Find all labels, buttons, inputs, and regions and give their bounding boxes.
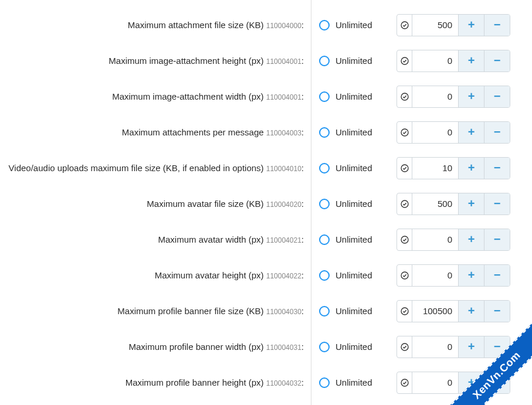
setting-label: Maximum avatar height (px) 110004022: bbox=[0, 270, 311, 280]
setting-label-text: Maximum profile banner width (px) bbox=[128, 342, 263, 352]
unlimited-radio[interactable] bbox=[319, 270, 330, 281]
checkmark-circle-icon[interactable] bbox=[397, 193, 412, 215]
value-input[interactable] bbox=[412, 86, 458, 107]
value-input[interactable] bbox=[412, 158, 458, 179]
decrement-button[interactable]: − bbox=[484, 265, 510, 286]
increment-button[interactable]: + bbox=[458, 265, 484, 286]
decrement-button[interactable]: − bbox=[484, 122, 510, 143]
value-input[interactable] bbox=[412, 193, 458, 215]
setting-code: 110004032 bbox=[266, 379, 301, 387]
checkmark-circle-icon[interactable] bbox=[397, 86, 412, 107]
minus-icon: − bbox=[494, 304, 501, 318]
unlimited-label[interactable]: Unlimited bbox=[336, 306, 382, 316]
svg-point-1 bbox=[401, 57, 408, 64]
setting-label: Maximum image-attachment height (px) 110… bbox=[0, 56, 311, 66]
decrement-button[interactable]: − bbox=[484, 158, 510, 179]
setting-code: 110004001 bbox=[266, 57, 301, 66]
decrement-button[interactable]: − bbox=[484, 50, 510, 72]
unlimited-label[interactable]: Unlimited bbox=[336, 270, 382, 280]
setting-controls: Unlimited + − bbox=[311, 336, 510, 358]
value-input[interactable] bbox=[412, 229, 458, 250]
unlimited-radio[interactable] bbox=[319, 56, 330, 66]
checkmark-circle-icon[interactable] bbox=[397, 158, 412, 179]
decrement-button[interactable]: − bbox=[484, 229, 510, 250]
increment-button[interactable]: + bbox=[458, 229, 484, 250]
value-group: + − bbox=[397, 50, 510, 72]
setting-label-text: Video/audio uploads maximum file size (K… bbox=[9, 163, 264, 173]
setting-controls: Unlimited + − bbox=[311, 50, 510, 72]
svg-point-7 bbox=[401, 272, 408, 279]
checkmark-circle-icon[interactable] bbox=[397, 372, 412, 393]
decrement-button[interactable]: − bbox=[484, 86, 510, 107]
value-group: + − bbox=[397, 300, 510, 322]
unlimited-label[interactable]: Unlimited bbox=[336, 234, 382, 244]
value-group: + − bbox=[397, 264, 510, 287]
setting-controls: Unlimited + − bbox=[311, 300, 510, 322]
decrement-button[interactable]: − bbox=[484, 301, 510, 322]
increment-button[interactable]: + bbox=[458, 50, 484, 72]
increment-button[interactable]: + bbox=[458, 336, 484, 358]
svg-point-10 bbox=[401, 379, 408, 386]
unlimited-label[interactable]: Unlimited bbox=[336, 199, 382, 209]
label-colon: : bbox=[301, 234, 304, 244]
decrement-button[interactable]: − bbox=[484, 15, 510, 36]
unlimited-radio[interactable] bbox=[319, 91, 330, 102]
unlimited-label[interactable]: Unlimited bbox=[336, 56, 382, 66]
checkmark-circle-icon[interactable] bbox=[397, 50, 412, 72]
value-input[interactable] bbox=[412, 15, 458, 36]
checkmark-circle-icon[interactable] bbox=[397, 229, 412, 250]
setting-label: Maximum avatar width (px) 110004021: bbox=[0, 234, 311, 244]
unlimited-radio[interactable] bbox=[319, 342, 330, 352]
unlimited-label[interactable]: Unlimited bbox=[336, 342, 382, 352]
label-colon: : bbox=[301, 56, 304, 66]
plus-icon: + bbox=[468, 54, 475, 67]
setting-controls: Unlimited + − bbox=[311, 229, 510, 251]
checkmark-circle-icon[interactable] bbox=[397, 301, 412, 322]
setting-label-text: Maximum avatar height (px) bbox=[155, 270, 264, 280]
svg-point-6 bbox=[401, 236, 408, 243]
settings-page: Maximum attachment file size (KB) 110004… bbox=[0, 0, 532, 405]
setting-label-text: Maximum attachment file size (KB) bbox=[128, 20, 264, 30]
value-input[interactable] bbox=[412, 265, 458, 286]
checkmark-circle-icon[interactable] bbox=[397, 265, 412, 286]
label-colon: : bbox=[301, 163, 304, 173]
increment-button[interactable]: + bbox=[458, 193, 484, 215]
increment-button[interactable]: + bbox=[458, 122, 484, 143]
unlimited-label[interactable]: Unlimited bbox=[336, 377, 382, 387]
value-input[interactable] bbox=[412, 372, 458, 393]
decrement-button[interactable]: − bbox=[484, 193, 510, 215]
setting-row: Maximum profile banner width (px) 110004… bbox=[0, 329, 532, 365]
increment-button[interactable]: + bbox=[458, 86, 484, 107]
value-input[interactable] bbox=[412, 336, 458, 358]
svg-point-4 bbox=[401, 165, 408, 172]
unlimited-radio[interactable] bbox=[319, 163, 330, 173]
value-group: + − bbox=[397, 193, 510, 215]
setting-label-text: Maximum profile banner file size (KB) bbox=[117, 306, 263, 316]
increment-button[interactable]: + bbox=[458, 158, 484, 179]
checkmark-circle-icon[interactable] bbox=[397, 122, 412, 143]
checkmark-circle-icon[interactable] bbox=[397, 336, 412, 358]
value-input[interactable] bbox=[412, 301, 458, 322]
minus-icon: − bbox=[494, 90, 501, 103]
svg-point-8 bbox=[401, 308, 408, 315]
unlimited-radio[interactable] bbox=[319, 377, 330, 388]
value-input[interactable] bbox=[412, 50, 458, 72]
unlimited-radio[interactable] bbox=[319, 234, 330, 245]
unlimited-label[interactable]: Unlimited bbox=[336, 91, 382, 101]
increment-button[interactable]: + bbox=[458, 15, 484, 36]
setting-label: Maximum profile banner height (px) 11000… bbox=[0, 377, 311, 387]
plus-icon: + bbox=[468, 197, 475, 210]
unlimited-label[interactable]: Unlimited bbox=[336, 127, 382, 137]
plus-icon: + bbox=[468, 268, 475, 282]
value-input[interactable] bbox=[412, 122, 458, 143]
increment-button[interactable]: + bbox=[458, 301, 484, 322]
checkmark-circle-icon[interactable] bbox=[397, 15, 412, 36]
setting-label-text: Maximum avatar file size (KB) bbox=[147, 199, 263, 209]
unlimited-radio[interactable] bbox=[319, 20, 330, 30]
unlimited-label[interactable]: Unlimited bbox=[336, 20, 382, 30]
unlimited-radio[interactable] bbox=[319, 199, 330, 209]
unlimited-radio[interactable] bbox=[319, 127, 330, 138]
label-colon: : bbox=[301, 20, 304, 30]
unlimited-radio[interactable] bbox=[319, 306, 330, 316]
unlimited-label[interactable]: Unlimited bbox=[336, 163, 382, 173]
